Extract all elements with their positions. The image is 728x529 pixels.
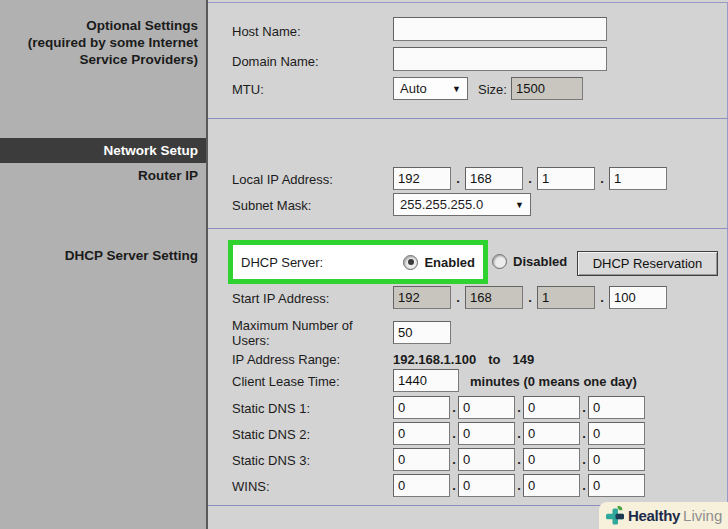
start-ip-octet-4[interactable] [609, 286, 667, 309]
ip-dot-separator [523, 171, 537, 186]
host-name-label: Host Name: [232, 24, 301, 39]
router-settings-page: Optional Settings (required by some Inte… [0, 0, 728, 529]
dns1-octet-1[interactable] [393, 396, 450, 419]
ip-dot-separator [595, 290, 609, 305]
start-ip-octet-1 [393, 286, 451, 309]
wins-octet-4[interactable] [588, 474, 645, 497]
ip-dot-separator [523, 290, 537, 305]
wins-octet-1[interactable] [393, 474, 450, 497]
ip-dot-separator [580, 426, 588, 441]
ip-dot-separator [515, 400, 523, 415]
mtu-selected-value: Auto [400, 81, 427, 96]
static-dns2-fields [393, 422, 645, 445]
wins-label: WINS: [232, 479, 270, 494]
dns2-octet-4[interactable] [588, 422, 645, 445]
dhcp-reservation-button[interactable]: DHCP Reservation [577, 251, 718, 276]
optional-settings-line2: (required by some Internet [0, 34, 198, 51]
max-users-label: Maximum Number of Users: [232, 318, 384, 348]
local-ip-label: Local IP Address: [232, 172, 333, 187]
domain-name-input[interactable] [393, 47, 607, 71]
dhcp-server-label: DHCP Server: [241, 255, 323, 270]
optional-settings-line1: Optional Settings [0, 17, 198, 34]
dns1-octet-4[interactable] [588, 396, 645, 419]
ip-dot-separator [515, 452, 523, 467]
domain-name-label: Domain Name: [232, 54, 319, 69]
dns1-octet-2[interactable] [458, 396, 515, 419]
local-ip-octet-2[interactable] [465, 167, 523, 190]
highlight-annotation-box: DHCP Server: Enabled [228, 240, 488, 284]
dhcp-enabled-label: Enabled [424, 255, 475, 270]
ip-dot-separator [450, 452, 458, 467]
sidebar: Optional Settings (required by some Inte… [0, 0, 208, 529]
ip-dot-separator [515, 478, 523, 493]
optional-settings-heading: Optional Settings (required by some Inte… [0, 17, 198, 68]
ip-dot-separator [580, 452, 588, 467]
watermark-text-light: Living [683, 507, 722, 524]
mtu-label: MTU: [232, 82, 264, 97]
start-ip-octet-3 [537, 286, 595, 309]
ip-range-start: 192.168.1.100 [393, 352, 476, 367]
healthy-living-logo-icon [604, 505, 626, 527]
subnet-mask-label: Subnet Mask: [232, 198, 312, 213]
ip-range-label: IP Address Range: [232, 352, 340, 367]
ip-dot-separator [451, 290, 465, 305]
ip-dot-separator [580, 478, 588, 493]
ip-dot-separator [595, 171, 609, 186]
subnet-mask-select[interactable]: 255.255.255.0 ▼ [393, 193, 531, 216]
start-ip-fields [393, 286, 667, 309]
local-ip-octet-3[interactable] [537, 167, 595, 190]
local-ip-octet-1[interactable] [393, 167, 451, 190]
static-dns3-fields [393, 448, 645, 471]
subnet-mask-selected-value: 255.255.255.0 [400, 197, 483, 212]
static-dns3-label: Static DNS 3: [232, 453, 310, 468]
section-divider [208, 228, 728, 229]
optional-settings-line3: Service Providers) [0, 51, 198, 68]
host-name-input[interactable] [393, 17, 607, 41]
mtu-select[interactable]: Auto ▼ [393, 77, 468, 100]
lease-time-note: minutes (0 means one day) [470, 374, 637, 389]
ip-dot-separator [450, 426, 458, 441]
ip-range-to: to [488, 352, 500, 367]
watermark-text-bold: Healthy [628, 507, 680, 524]
ip-range-end: 149 [512, 352, 534, 367]
ip-dot-separator [450, 400, 458, 415]
dns3-octet-1[interactable] [393, 448, 450, 471]
static-dns1-fields [393, 396, 645, 419]
dropdown-arrow-icon: ▼ [515, 200, 524, 210]
ip-dot-separator [580, 400, 588, 415]
dns2-octet-3[interactable] [523, 422, 580, 445]
wins-fields [393, 474, 645, 497]
start-ip-octet-2 [465, 286, 523, 309]
section-divider [208, 118, 728, 119]
dhcp-disabled-radio[interactable] [492, 254, 507, 269]
static-dns2-label: Static DNS 2: [232, 427, 310, 442]
ip-dot-separator [515, 426, 523, 441]
dhcp-enabled-radio[interactable] [403, 255, 418, 270]
max-users-input[interactable] [393, 321, 451, 344]
network-setup-header: Network Setup [0, 138, 206, 163]
top-divider [208, 2, 728, 3]
dhcp-server-setting-heading: DHCP Server Setting [65, 248, 198, 263]
dns1-octet-3[interactable] [523, 396, 580, 419]
lease-time-input[interactable] [393, 369, 459, 392]
dhcp-disabled-label: Disabled [513, 254, 567, 269]
size-label: Size: [478, 82, 507, 97]
healthy-living-watermark: Healthy Living [599, 502, 728, 529]
dns3-octet-2[interactable] [458, 448, 515, 471]
dhcp-disabled-option: Disabled [492, 254, 567, 269]
local-ip-octet-4[interactable] [609, 167, 667, 190]
static-dns1-label: Static DNS 1: [232, 401, 310, 416]
dns2-octet-2[interactable] [458, 422, 515, 445]
local-ip-fields [393, 167, 667, 190]
ip-dot-separator [451, 171, 465, 186]
dropdown-arrow-icon: ▼ [452, 84, 461, 94]
start-ip-label: Start IP Address: [232, 291, 329, 306]
wins-octet-3[interactable] [523, 474, 580, 497]
mtu-size-input [511, 77, 583, 100]
dns2-octet-1[interactable] [393, 422, 450, 445]
dns3-octet-4[interactable] [588, 448, 645, 471]
dns3-octet-3[interactable] [523, 448, 580, 471]
router-ip-heading: Router IP [138, 168, 198, 183]
wins-octet-2[interactable] [458, 474, 515, 497]
lease-time-label: Client Lease Time: [232, 374, 340, 389]
